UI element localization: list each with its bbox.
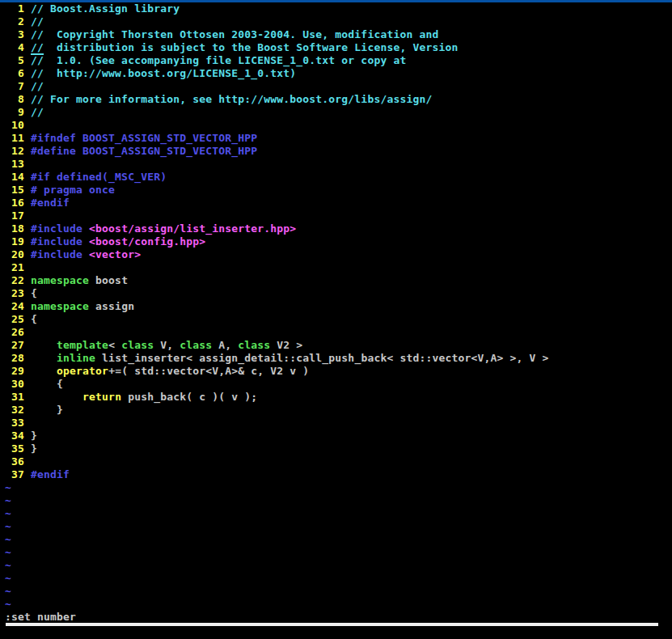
- code-line: 6 // http://www.boost.org/LICENSE_1_0.tx…: [5, 67, 672, 80]
- code-segment: }: [31, 430, 37, 442]
- code-segment: V2 >: [270, 339, 302, 351]
- line-number: 5: [5, 54, 31, 66]
- code-segment: #endif: [31, 468, 70, 480]
- code-line: 30 {: [5, 378, 672, 391]
- code-segment: <boost/config.hpp>: [89, 235, 205, 248]
- empty-line: ~: [5, 585, 672, 598]
- code-segment: class: [121, 339, 154, 351]
- tilde-marker: ~: [5, 533, 11, 545]
- code-segment: #if defined(_MSC_VER): [31, 171, 167, 183]
- code-segment: //: [31, 80, 44, 92]
- code-segment: class: [238, 339, 270, 351]
- code-segment: #include: [31, 248, 89, 260]
- terminal-screen: { "colors": { "background": "#000000", "…: [0, 0, 672, 639]
- line-number: 11: [5, 132, 31, 144]
- code-segment: [31, 365, 57, 377]
- vim-editor[interactable]: 1 // Boost.Assign library 2 // 3 // Copy…: [0, 2, 672, 624]
- code-line: 1 // Boost.Assign library: [5, 2, 672, 15]
- line-number: 30: [5, 378, 31, 390]
- line-number: 25: [5, 313, 31, 325]
- code-segment: #include: [31, 222, 89, 235]
- code-line: 13: [5, 158, 672, 171]
- line-number: 12: [5, 145, 31, 157]
- code-segment: distribution is subject to the Boost Sof…: [44, 41, 458, 53]
- code-line: 20 #include <vector>: [5, 248, 672, 261]
- code-line: 4 // distribution is subject to the Boos…: [5, 41, 672, 54]
- line-number: 6: [5, 67, 31, 79]
- empty-line: ~: [5, 546, 672, 559]
- empty-buffer-lines: ~~~~~~~~~~: [5, 481, 672, 611]
- line-number: 33: [5, 417, 31, 429]
- code-segment: <vector>: [89, 248, 141, 260]
- empty-line: ~: [5, 494, 672, 507]
- code-segment: list_inserter< assign_detail::call_push_…: [95, 352, 548, 364]
- code-line: 14 #if defined(_MSC_VER): [5, 171, 672, 184]
- code-line: 2 //: [5, 15, 672, 28]
- code-line: 11 #ifndef BOOST_ASSIGN_STD_VECTOR_HPP: [5, 132, 672, 145]
- bottom-bar: [6, 623, 658, 626]
- line-number: 15: [5, 184, 31, 196]
- tilde-marker: ~: [5, 572, 11, 584]
- code-line: 28 inline list_inserter< assign_detail::…: [5, 352, 672, 365]
- code-line: 34 }: [5, 430, 672, 442]
- code-line: 17: [5, 209, 672, 222]
- code-line: 15 # pragma once: [5, 184, 672, 197]
- empty-line: ~: [5, 520, 672, 533]
- code-line: 33: [5, 417, 672, 430]
- line-number: 9: [5, 106, 31, 118]
- code-segment: //: [31, 106, 44, 118]
- code-line: 3 // Copyright Thorsten Ottosen 2003-200…: [5, 28, 672, 41]
- code-line: 10: [5, 119, 672, 132]
- code-area: 1 // Boost.Assign library 2 // 3 // Copy…: [5, 2, 672, 481]
- tilde-marker: ~: [5, 494, 11, 506]
- vim-command-line[interactable]: :set number: [5, 611, 672, 624]
- line-number: 1: [5, 2, 31, 15]
- code-segment: #include: [31, 235, 89, 248]
- tilde-marker: ~: [5, 546, 11, 558]
- code-segment: operator: [57, 365, 108, 377]
- code-line: 35 }: [5, 442, 672, 455]
- line-number: 23: [5, 287, 31, 299]
- code-segment: #define BOOST_ASSIGN_STD_VECTOR_HPP: [31, 145, 257, 157]
- code-segment: A,: [212, 339, 238, 351]
- code-segment: #endif: [31, 197, 70, 209]
- cursor-position: //: [31, 42, 44, 55]
- code-segment: }: [31, 404, 63, 416]
- tilde-marker: ~: [5, 481, 11, 493]
- line-number: 4: [5, 41, 31, 53]
- code-line: 21: [5, 261, 672, 274]
- empty-line: ~: [5, 572, 672, 585]
- line-number: 26: [5, 326, 31, 338]
- empty-line: ~: [5, 559, 672, 572]
- code-line: 7 //: [5, 80, 672, 93]
- tilde-marker: ~: [5, 585, 11, 597]
- code-segment: // http://www.boost.org/LICENSE_1_0.txt): [31, 67, 296, 79]
- line-number: 2: [5, 15, 31, 28]
- tilde-marker: ~: [5, 598, 11, 610]
- code-line: 25 {: [5, 313, 672, 326]
- code-segment: //: [31, 15, 44, 28]
- code-segment: boost: [89, 274, 128, 286]
- code-segment: {: [31, 313, 37, 325]
- line-number: 3: [5, 28, 31, 40]
- line-number: 18: [5, 222, 31, 235]
- line-number: 35: [5, 442, 31, 455]
- code-segment: // 1.0. (See accompanying file LICENSE_1…: [31, 54, 406, 66]
- line-number: 14: [5, 171, 31, 183]
- code-line: 8 // For more information, see http://ww…: [5, 93, 672, 106]
- line-number: 20: [5, 248, 31, 260]
- line-number: 32: [5, 404, 31, 416]
- code-segment: class: [180, 339, 212, 351]
- tilde-marker: ~: [5, 520, 11, 532]
- code-line: 23 {: [5, 287, 672, 300]
- code-segment: <boost/assign/list_inserter.hpp>: [89, 222, 296, 235]
- code-segment: [31, 339, 57, 351]
- line-number: 31: [5, 391, 31, 403]
- empty-line: ~: [5, 507, 672, 520]
- code-segment: {: [31, 378, 63, 390]
- code-line: 19 #include <boost/config.hpp>: [5, 235, 672, 248]
- code-line: 29 operator+=( std::vector<V,A>& c, V2 v…: [5, 365, 672, 378]
- empty-line: ~: [5, 598, 672, 611]
- code-line: 5 // 1.0. (See accompanying file LICENSE…: [5, 54, 672, 67]
- code-line: 22 namespace boost: [5, 274, 672, 287]
